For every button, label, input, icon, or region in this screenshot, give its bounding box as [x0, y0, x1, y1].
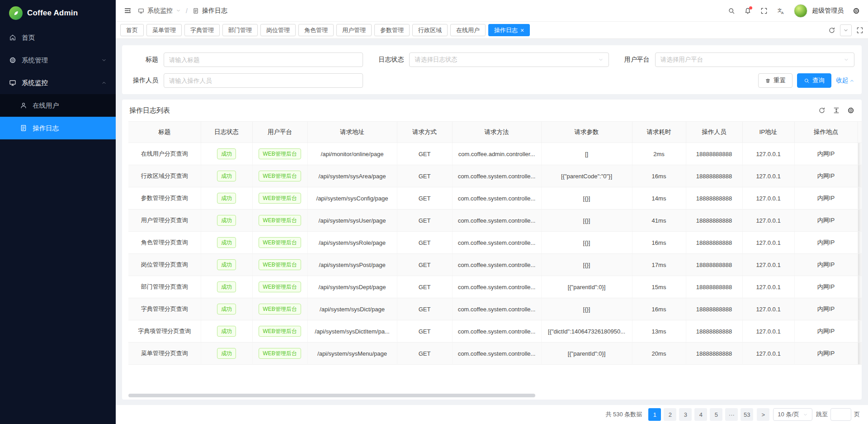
column-header: 操作 [858, 122, 862, 143]
sidebar-item-system-management[interactable]: 系统管理 [0, 49, 116, 71]
table-wrapper: 标题日志状态用户平台请求地址请求方式请求方法请求参数请求耗时操作人员IP地址操作… [122, 121, 862, 400]
title-cell: 参数管理分页查询 [128, 187, 201, 210]
tab-7[interactable]: 参数管理 [374, 24, 410, 36]
breadcrumb-separator: / [186, 7, 188, 14]
title-cell: 角色管理分页查询 [128, 232, 201, 254]
tab-1[interactable]: 菜单管理 [146, 24, 182, 36]
duration-cell: 41ms [632, 210, 686, 232]
page-size-value: 10 条/页 [778, 410, 799, 419]
status-select[interactable]: 请选择日志状态 [409, 52, 609, 67]
location-cell: 内网IP [794, 343, 858, 365]
status-cell: 成功 [201, 143, 252, 165]
jump-page-input[interactable] [830, 408, 851, 421]
ip-cell: 127.0.0.1 [742, 232, 794, 254]
reset-button[interactable]: 重置 [758, 73, 793, 88]
handler-cell: com.coffee.system.controlle... [452, 343, 541, 365]
platform-select[interactable]: 请选择用户平台 [655, 52, 854, 67]
page-button-1[interactable]: 1 [648, 408, 661, 421]
settings-gear-icon[interactable] [853, 7, 860, 14]
tab-0[interactable]: 首页 [120, 24, 144, 36]
fullscreen-icon[interactable] [760, 7, 768, 14]
collapse-link[interactable]: 收起 [836, 76, 854, 85]
sidebar-item-operation-log[interactable]: 操作日志 [0, 117, 116, 139]
avatar[interactable] [794, 4, 807, 18]
tab-9[interactable]: 在线用户 [450, 24, 486, 36]
platform-cell: WEB管理后台 [252, 210, 307, 232]
refresh-icon[interactable] [818, 107, 826, 114]
row-height-icon[interactable] [833, 107, 840, 114]
operator-input[interactable] [164, 73, 363, 88]
title-cell: 岗位管理分页查询 [128, 254, 201, 276]
platform-cell: WEB管理后台 [252, 320, 307, 343]
tab-2[interactable]: 字典管理 [184, 24, 220, 36]
username[interactable]: 超级管理员 [812, 7, 844, 15]
notification-bell[interactable] [744, 7, 751, 14]
action-cell [858, 254, 862, 276]
handler-cell: com.coffee.admin.controller... [452, 143, 541, 165]
card-title: 操作日志列表 [129, 106, 170, 115]
params-cell: [{"parentId":0}] [541, 276, 632, 298]
url-cell: /api/system/sysArea/page [307, 165, 397, 187]
operator-cell: 18888888888 [686, 232, 742, 254]
title-input[interactable] [164, 52, 363, 67]
tab-3[interactable]: 部门管理 [222, 24, 258, 36]
platform-cell: WEB管理后台 [252, 143, 307, 165]
expand-icon[interactable] [856, 27, 863, 34]
log-table-card: 操作日志列表 标题日志状态用户平台请求地址请求方式请求方法请求参数请求耗时操作人… [122, 100, 862, 400]
table-row: 参数管理分页查询成功WEB管理后台/api/system/sysConfig/p… [128, 187, 862, 210]
method-cell: GET [397, 143, 452, 165]
home-icon [9, 34, 16, 41]
platform-badge: WEB管理后台 [259, 326, 301, 337]
title-cell: 菜单管理分页查询 [128, 343, 201, 365]
method-cell: GET [397, 187, 452, 210]
page-button-2[interactable]: 2 [664, 408, 676, 421]
bell-icon [744, 7, 751, 14]
method-cell: GET [397, 165, 452, 187]
sidebar-item-system-monitor[interactable]: 系统监控 [0, 71, 116, 94]
handler-cell: com.coffee.system.controlle... [452, 298, 541, 320]
menu-fold-icon[interactable] [124, 7, 132, 14]
jump-prefix: 跳至 [816, 410, 828, 419]
url-cell: /api/system/sysDept/page [307, 276, 397, 298]
file-icon [193, 8, 199, 14]
refresh-icon[interactable] [828, 27, 835, 34]
card-header: 操作日志列表 [122, 100, 862, 121]
page-button-53[interactable]: 53 [741, 408, 753, 421]
operator-cell: 18888888888 [686, 187, 742, 210]
close-icon[interactable]: × [520, 27, 524, 33]
sidebar-item-online-users[interactable]: 在线用户 [0, 94, 116, 117]
next-page-button[interactable]: > [757, 408, 769, 421]
page-button-5[interactable]: 5 [710, 408, 722, 421]
breadcrumb-level1[interactable]: 系统监控 [147, 7, 173, 15]
platform-badge: WEB管理后台 [259, 148, 301, 159]
ip-cell: 127.0.0.1 [742, 298, 794, 320]
column-settings-gear-icon[interactable] [847, 107, 854, 114]
pagination-bar: 共 530 条数据 12345···53 > 10 条/页 跳至 页 [116, 405, 868, 424]
page-size-select[interactable]: 10 条/页 [773, 408, 812, 421]
horizontal-scrollbar[interactable] [128, 394, 535, 397]
query-button[interactable]: 查询 [797, 73, 831, 88]
page-button-3[interactable]: 3 [679, 408, 692, 421]
search-icon [804, 78, 810, 84]
title-cell: 行政区域分页查询 [128, 165, 201, 187]
page-button-4[interactable]: 4 [694, 408, 707, 421]
translate-icon[interactable] [777, 7, 785, 15]
tab-5[interactable]: 角色管理 [298, 24, 334, 36]
page-button-···[interactable]: ··· [725, 408, 738, 421]
status-badge: 成功 [217, 193, 236, 204]
tab-actions [828, 24, 863, 36]
tab-dropdown-button[interactable] [840, 24, 852, 36]
tab-6[interactable]: 用户管理 [336, 24, 372, 36]
ip-cell: 127.0.0.1 [742, 143, 794, 165]
chevron-down-icon [598, 57, 604, 62]
platform-cell: WEB管理后台 [252, 298, 307, 320]
status-badge: 成功 [217, 304, 236, 314]
location-cell: 内网IP [794, 320, 858, 343]
sidebar-item-home[interactable]: 首页 [0, 26, 116, 49]
jump-suffix: 页 [854, 410, 860, 419]
tab-4[interactable]: 岗位管理 [260, 24, 296, 36]
tab-10[interactable]: 操作日志× [488, 24, 530, 36]
search-icon[interactable] [728, 7, 735, 14]
tab-8[interactable]: 行政区域 [412, 24, 448, 36]
column-header: 操作人员 [686, 122, 742, 143]
